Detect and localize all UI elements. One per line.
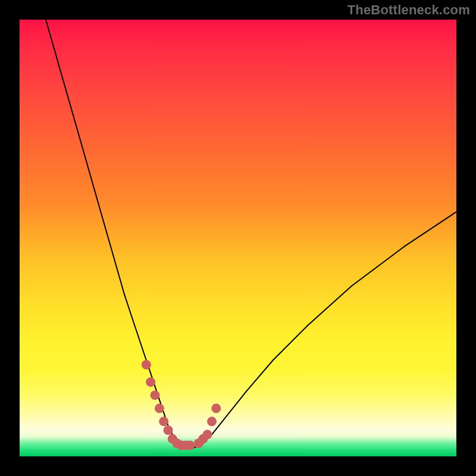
- highlight-dot: [159, 416, 168, 426]
- chart-frame: TheBottleneck.com: [0, 0, 476, 476]
- highlight-dot: [185, 441, 195, 450]
- plot-area: [20, 20, 456, 456]
- highlight-dot: [164, 425, 173, 435]
- watermark-text: TheBottleneck.com: [347, 2, 470, 18]
- highlight-dot: [203, 430, 212, 439]
- bottleneck-curve: [46, 20, 456, 447]
- highlight-dot: [155, 403, 164, 413]
- highlight-dot: [211, 403, 221, 413]
- highlight-dot: [146, 377, 155, 387]
- highlight-dots: [142, 360, 221, 450]
- curve-layer: [20, 20, 456, 456]
- highlight-dot: [142, 360, 151, 369]
- highlight-dot: [207, 416, 217, 426]
- highlight-dot: [151, 390, 160, 400]
